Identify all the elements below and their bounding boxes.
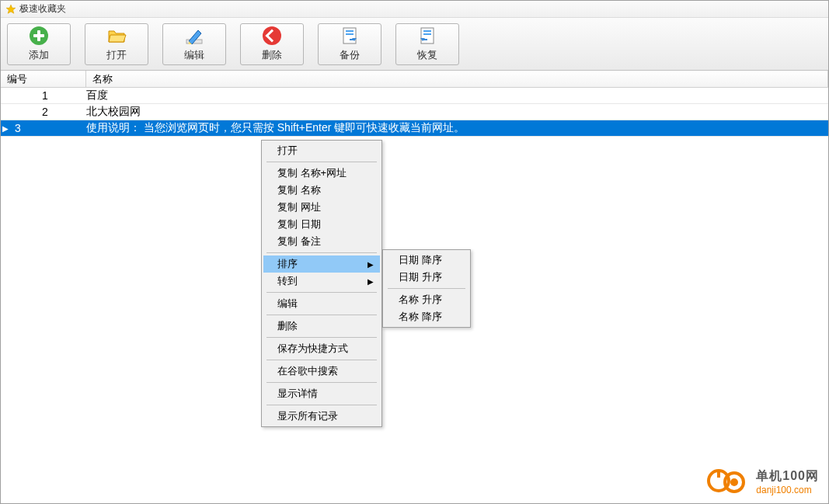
bookmark-table: 编号 名称 ▶ 1 百度 ▶ 2 北大校园网 ▶ 3 使用说明： 当您浏览网页时… [1, 71, 828, 137]
menu-copy-url[interactable]: 复制 网址 [263, 199, 380, 216]
context-menu: 打开 复制 名称+网址 复制 名称 复制 网址 复制 日期 复制 备注 排序 ▶… [261, 140, 382, 427]
restore-label: 恢复 [417, 48, 437, 62]
menu-copy-remark[interactable]: 复制 备注 [263, 233, 380, 250]
cell-name: 使用说明： 当您浏览网页时，您只需按 Shift+Enter 键即可快速收藏当前… [86, 121, 828, 135]
window-title: 极速收藏夹 [19, 2, 66, 16]
add-label: 添加 [29, 48, 49, 62]
cell-name: 北大校园网 [86, 105, 828, 119]
menu-sort[interactable]: 排序 ▶ [263, 255, 380, 273]
cell-id: 1 [1, 89, 86, 102]
table-body: ▶ 1 百度 ▶ 2 北大校园网 ▶ 3 使用说明： 当您浏览网页时，您只需按 … [1, 88, 828, 137]
app-icon [5, 4, 16, 15]
backup-label: 备份 [340, 48, 360, 62]
submenu-name-desc[interactable]: 名称 降序 [385, 308, 468, 325]
edit-label: 编辑 [184, 48, 204, 62]
table-row[interactable]: ▶ 3 使用说明： 当您浏览网页时，您只需按 Shift+Enter 键即可快速… [1, 120, 828, 137]
backup-icon [340, 26, 360, 46]
menu-separator [266, 292, 377, 293]
menu-copy-name[interactable]: 复制 名称 [263, 182, 380, 199]
watermark-logo-icon [706, 467, 750, 497]
open-button[interactable]: 打开 [85, 23, 148, 65]
watermark: 单机100网 danji100.com [706, 467, 819, 497]
toolbar: 添加 打开 编辑 删除 备份 恢复 [1, 18, 828, 71]
delete-button[interactable]: 删除 [240, 23, 304, 65]
submenu-date-desc[interactable]: 日期 降序 [385, 252, 468, 269]
menu-goto[interactable]: 转到 ▶ [263, 273, 380, 290]
sort-submenu: 日期 降序 日期 升序 名称 升序 名称 降序 [382, 249, 471, 328]
watermark-url: danji100.com [756, 485, 819, 495]
add-icon [29, 26, 49, 46]
titlebar: 极速收藏夹 [1, 1, 828, 18]
svg-rect-3 [33, 34, 44, 37]
delete-label: 删除 [262, 48, 282, 62]
svg-marker-0 [6, 5, 16, 13]
menu-separator [388, 288, 465, 289]
restore-icon [417, 26, 437, 46]
menu-search-google[interactable]: 在谷歌中搜索 [263, 363, 380, 380]
menu-separator [266, 360, 377, 360]
edit-icon [184, 26, 204, 46]
cell-id: 2 [1, 106, 86, 118]
menu-show-all[interactable]: 显示所有记录 [263, 408, 380, 425]
menu-separator [266, 405, 377, 405]
restore-button[interactable]: 恢复 [395, 23, 459, 65]
watermark-text: 单机100网 danji100.com [756, 468, 819, 495]
table-header: 编号 名称 [1, 71, 828, 88]
edit-button[interactable]: 编辑 [162, 23, 226, 65]
folder-icon [106, 26, 127, 46]
menu-sort-label: 排序 [277, 257, 298, 271]
menu-goto-label: 转到 [277, 274, 298, 288]
menu-delete[interactable]: 删除 [263, 318, 380, 335]
menu-edit[interactable]: 编辑 [263, 295, 380, 312]
watermark-title: 单机100网 [756, 468, 819, 485]
cell-id: 3 [1, 122, 86, 134]
svg-rect-10 [346, 33, 354, 35]
col-name-header[interactable]: 名称 [86, 71, 828, 87]
submenu-name-asc[interactable]: 名称 升序 [385, 291, 468, 308]
col-id-header[interactable]: 编号 [1, 71, 86, 87]
svg-point-17 [730, 478, 738, 486]
menu-separator [266, 162, 377, 162]
open-label: 打开 [106, 48, 127, 62]
submenu-arrow-icon: ▶ [367, 260, 374, 269]
menu-copy-date[interactable]: 复制 日期 [263, 216, 380, 233]
submenu-arrow-icon: ▶ [367, 277, 374, 286]
menu-separator [266, 315, 377, 315]
table-row[interactable]: ▶ 1 百度 [1, 88, 828, 104]
row-marker-icon: ▶ [2, 124, 9, 133]
backup-button[interactable]: 备份 [318, 23, 381, 65]
add-button[interactable]: 添加 [7, 23, 71, 65]
menu-open[interactable]: 打开 [263, 142, 380, 159]
svg-rect-9 [346, 30, 354, 32]
svg-rect-15 [717, 470, 720, 478]
delete-icon [262, 26, 282, 46]
menu-save-shortcut[interactable]: 保存为快捷方式 [263, 340, 380, 357]
menu-separator [266, 252, 377, 253]
menu-separator [266, 337, 377, 338]
menu-show-detail[interactable]: 显示详情 [263, 385, 380, 402]
svg-rect-13 [423, 33, 431, 35]
submenu-date-asc[interactable]: 日期 升序 [385, 269, 468, 286]
table-row[interactable]: ▶ 2 北大校园网 [1, 104, 828, 120]
svg-rect-12 [423, 30, 431, 32]
menu-separator [266, 382, 377, 383]
cell-name: 百度 [86, 89, 828, 103]
menu-copy-name-url[interactable]: 复制 名称+网址 [263, 165, 380, 182]
